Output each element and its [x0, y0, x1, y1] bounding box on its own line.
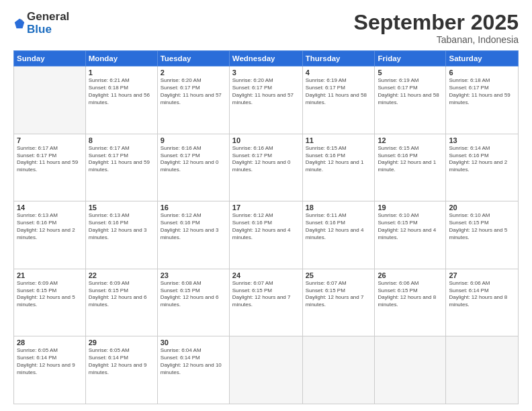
col-sunday: Sunday	[14, 51, 86, 66]
day-info: Sunrise: 6:09 AMSunset: 6:15 PMDaylight:…	[17, 280, 83, 309]
day-info: Sunrise: 6:19 AMSunset: 6:17 PMDaylight:…	[306, 77, 372, 106]
day-info: Sunrise: 6:13 AMSunset: 6:16 PMDaylight:…	[89, 212, 154, 241]
page: General Blue September 2025 Tabanan, Ind…	[0, 0, 532, 411]
day-info: Sunrise: 6:17 AMSunset: 6:17 PMDaylight:…	[17, 145, 83, 174]
day-info: Sunrise: 6:10 AMSunset: 6:15 PMDaylight:…	[449, 212, 515, 241]
day-info: Sunrise: 6:10 AMSunset: 6:15 PMDaylight:…	[378, 212, 443, 241]
col-thursday: Thursday	[302, 51, 375, 66]
day-number: 23	[161, 271, 226, 279]
day-info: Sunrise: 6:04 AMSunset: 6:14 PMDaylight:…	[161, 347, 226, 376]
day-number: 9	[161, 136, 226, 144]
day-info: Sunrise: 6:18 AMSunset: 6:17 PMDaylight:…	[449, 77, 515, 106]
calendar-cell: 13Sunrise: 6:14 AMSunset: 6:16 PMDayligh…	[446, 134, 519, 201]
calendar-cell: 28Sunrise: 6:05 AMSunset: 6:14 PMDayligh…	[14, 336, 86, 404]
day-info: Sunrise: 6:20 AMSunset: 6:17 PMDaylight:…	[161, 77, 226, 106]
day-info: Sunrise: 6:08 AMSunset: 6:15 PMDaylight:…	[161, 280, 226, 309]
calendar-cell: 8Sunrise: 6:17 AMSunset: 6:17 PMDaylight…	[85, 134, 157, 201]
day-number: 24	[232, 271, 300, 279]
day-number: 6	[449, 68, 515, 77]
day-number: 30	[161, 338, 226, 347]
day-number: 17	[232, 203, 300, 212]
day-number: 26	[378, 271, 443, 279]
day-number: 13	[449, 136, 515, 144]
calendar-cell: 12Sunrise: 6:15 AMSunset: 6:16 PMDayligh…	[375, 134, 446, 201]
day-number: 4	[306, 68, 372, 77]
col-saturday: Saturday	[446, 51, 519, 66]
day-number: 27	[449, 271, 515, 279]
calendar-cell: 25Sunrise: 6:07 AMSunset: 6:15 PMDayligh…	[302, 269, 375, 336]
day-info: Sunrise: 6:09 AMSunset: 6:15 PMDaylight:…	[89, 280, 154, 309]
day-number: 8	[89, 136, 154, 144]
day-info: Sunrise: 6:16 AMSunset: 6:17 PMDaylight:…	[161, 145, 226, 174]
day-number: 20	[449, 203, 515, 212]
calendar-cell: 27Sunrise: 6:06 AMSunset: 6:14 PMDayligh…	[446, 269, 519, 336]
calendar-cell: 17Sunrise: 6:12 AMSunset: 6:16 PMDayligh…	[229, 201, 302, 269]
calendar-cell	[446, 336, 519, 404]
calendar-cell: 4Sunrise: 6:19 AMSunset: 6:17 PMDaylight…	[302, 66, 375, 134]
day-number: 15	[89, 203, 154, 212]
day-number: 16	[161, 203, 226, 212]
day-number: 12	[378, 136, 443, 144]
location: Tabanan, Indonesia	[354, 34, 519, 45]
calendar-cell: 18Sunrise: 6:11 AMSunset: 6:16 PMDayligh…	[302, 201, 375, 269]
calendar-cell: 24Sunrise: 6:07 AMSunset: 6:15 PMDayligh…	[229, 269, 302, 336]
calendar-cell: 15Sunrise: 6:13 AMSunset: 6:16 PMDayligh…	[85, 201, 157, 269]
header-row: Sunday Monday Tuesday Wednesday Thursday…	[14, 51, 519, 66]
calendar-cell: 26Sunrise: 6:06 AMSunset: 6:15 PMDayligh…	[375, 269, 446, 336]
day-number: 29	[89, 338, 154, 347]
calendar-cell: 11Sunrise: 6:15 AMSunset: 6:16 PMDayligh…	[302, 134, 375, 201]
calendar-cell: 22Sunrise: 6:09 AMSunset: 6:15 PMDayligh…	[85, 269, 157, 336]
calendar-cell	[14, 66, 86, 134]
day-number: 25	[306, 271, 372, 279]
calendar-table: Sunday Monday Tuesday Wednesday Thursday…	[13, 50, 519, 404]
calendar-cell: 1Sunrise: 6:21 AMSunset: 6:18 PMDaylight…	[85, 66, 157, 134]
calendar-cell: 23Sunrise: 6:08 AMSunset: 6:15 PMDayligh…	[157, 269, 229, 336]
calendar-cell: 30Sunrise: 6:04 AMSunset: 6:14 PMDayligh…	[157, 336, 229, 404]
day-number: 22	[89, 271, 154, 279]
day-info: Sunrise: 6:06 AMSunset: 6:15 PMDaylight:…	[378, 280, 443, 309]
calendar-cell: 16Sunrise: 6:12 AMSunset: 6:16 PMDayligh…	[157, 201, 229, 269]
logo: General Blue	[13, 11, 69, 36]
calendar-cell	[229, 336, 302, 404]
calendar-cell: 21Sunrise: 6:09 AMSunset: 6:15 PMDayligh…	[14, 269, 86, 336]
week-row-4: 28Sunrise: 6:05 AMSunset: 6:14 PMDayligh…	[14, 336, 519, 404]
day-info: Sunrise: 6:16 AMSunset: 6:17 PMDaylight:…	[232, 145, 300, 174]
day-number: 28	[17, 338, 83, 347]
day-info: Sunrise: 6:05 AMSunset: 6:14 PMDaylight:…	[17, 347, 83, 376]
week-row-0: 1Sunrise: 6:21 AMSunset: 6:18 PMDaylight…	[14, 66, 519, 134]
day-info: Sunrise: 6:19 AMSunset: 6:17 PMDaylight:…	[378, 77, 443, 106]
header: General Blue September 2025 Tabanan, Ind…	[13, 11, 519, 45]
day-info: Sunrise: 6:05 AMSunset: 6:14 PMDaylight:…	[89, 347, 154, 376]
day-info: Sunrise: 6:06 AMSunset: 6:14 PMDaylight:…	[449, 280, 515, 309]
logo-general: General	[27, 11, 69, 24]
day-number: 11	[306, 136, 372, 144]
calendar-cell: 2Sunrise: 6:20 AMSunset: 6:17 PMDaylight…	[157, 66, 229, 134]
col-tuesday: Tuesday	[157, 51, 229, 66]
calendar-cell: 20Sunrise: 6:10 AMSunset: 6:15 PMDayligh…	[446, 201, 519, 269]
calendar-cell: 14Sunrise: 6:13 AMSunset: 6:16 PMDayligh…	[14, 201, 86, 269]
day-info: Sunrise: 6:17 AMSunset: 6:17 PMDaylight:…	[89, 145, 154, 174]
logo-blue: Blue	[27, 24, 69, 36]
day-info: Sunrise: 6:15 AMSunset: 6:16 PMDaylight:…	[306, 145, 372, 174]
day-info: Sunrise: 6:13 AMSunset: 6:16 PMDaylight:…	[17, 212, 83, 241]
calendar-cell: 6Sunrise: 6:18 AMSunset: 6:17 PMDaylight…	[446, 66, 519, 134]
day-info: Sunrise: 6:14 AMSunset: 6:16 PMDaylight:…	[449, 145, 515, 174]
calendar-cell	[302, 336, 375, 404]
day-number: 10	[232, 136, 300, 144]
week-row-3: 21Sunrise: 6:09 AMSunset: 6:15 PMDayligh…	[14, 269, 519, 336]
day-info: Sunrise: 6:20 AMSunset: 6:17 PMDaylight:…	[232, 77, 300, 106]
logo-text: General Blue	[27, 11, 69, 36]
calendar-cell: 10Sunrise: 6:16 AMSunset: 6:17 PMDayligh…	[229, 134, 302, 201]
calendar-cell: 9Sunrise: 6:16 AMSunset: 6:17 PMDaylight…	[157, 134, 229, 201]
calendar-cell: 29Sunrise: 6:05 AMSunset: 6:14 PMDayligh…	[85, 336, 157, 404]
day-info: Sunrise: 6:12 AMSunset: 6:16 PMDaylight:…	[161, 212, 226, 241]
calendar-cell: 3Sunrise: 6:20 AMSunset: 6:17 PMDaylight…	[229, 66, 302, 134]
day-number: 19	[378, 203, 443, 212]
week-row-1: 7Sunrise: 6:17 AMSunset: 6:17 PMDaylight…	[14, 134, 519, 201]
calendar-cell: 19Sunrise: 6:10 AMSunset: 6:15 PMDayligh…	[375, 201, 446, 269]
day-number: 2	[161, 68, 226, 77]
logo-icon	[13, 17, 26, 30]
day-number: 14	[17, 203, 83, 212]
day-number: 7	[17, 136, 83, 144]
day-info: Sunrise: 6:12 AMSunset: 6:16 PMDaylight:…	[232, 212, 300, 241]
